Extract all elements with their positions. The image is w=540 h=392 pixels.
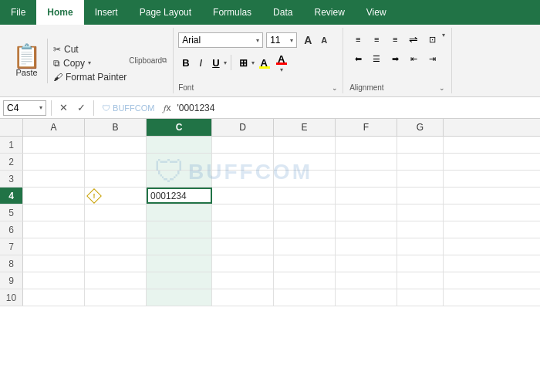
cell-g5[interactable] — [397, 204, 444, 221]
cell-e1[interactable] — [274, 137, 336, 153]
cell-b8[interactable] — [85, 255, 147, 272]
tab-review[interactable]: Review — [303, 0, 355, 25]
cell-e8[interactable] — [274, 255, 336, 272]
cell-e9[interactable] — [274, 272, 336, 289]
cell-c6[interactable] — [147, 221, 212, 238]
cell-b10[interactable] — [85, 289, 147, 306]
cell-f2[interactable] — [336, 154, 397, 170]
cell-f5[interactable] — [336, 204, 397, 221]
cell-e5[interactable] — [274, 204, 336, 221]
alignment-expand-icon[interactable]: ⌄ — [439, 84, 445, 92]
formula-confirm-button[interactable]: ✓ — [74, 102, 89, 113]
align-left-button[interactable]: ⬅ — [349, 51, 366, 66]
cell-c1[interactable] — [147, 137, 212, 153]
font-size-select[interactable]: 11 ▾ — [266, 32, 297, 48]
cell-f7[interactable] — [336, 238, 397, 255]
tab-home[interactable]: Home — [36, 0, 83, 25]
cell-g10[interactable] — [397, 289, 444, 306]
cell-b2[interactable] — [85, 154, 147, 170]
cell-d9[interactable] — [212, 272, 274, 289]
cell-c3[interactable] — [147, 171, 212, 187]
cell-a2[interactable] — [23, 154, 85, 170]
cell-a4[interactable] — [23, 188, 85, 204]
font-grow-button[interactable]: A — [300, 32, 316, 48]
cell-b7[interactable] — [85, 238, 147, 255]
paste-button[interactable]: 📋 Paste — [6, 39, 48, 83]
cell-f8[interactable] — [336, 255, 397, 272]
cell-a7[interactable] — [23, 238, 85, 255]
cell-f9[interactable] — [336, 272, 397, 289]
formula-value[interactable]: '0001234 — [177, 103, 537, 113]
cell-g4[interactable] — [397, 188, 444, 204]
cell-e7[interactable] — [274, 238, 336, 255]
cell-e4[interactable] — [274, 188, 336, 204]
cell-f6[interactable] — [336, 221, 397, 238]
row-number-5[interactable]: 5 — [0, 204, 23, 221]
cell-d6[interactable] — [212, 221, 274, 238]
cell-e2[interactable] — [274, 154, 336, 170]
merge-cells-button[interactable]: ⊡ — [424, 32, 440, 47]
cell-d7[interactable] — [212, 238, 274, 255]
borders-button[interactable]: ⊞ — [235, 56, 251, 70]
italic-button[interactable]: I — [196, 56, 207, 70]
cell-c4[interactable]: 0001234 — [147, 188, 212, 204]
cell-d10[interactable] — [212, 289, 274, 306]
cell-e3[interactable] — [274, 171, 336, 187]
highlight-button[interactable]: A — [257, 56, 272, 70]
cell-b5[interactable] — [85, 204, 147, 221]
cell-a9[interactable] — [23, 272, 85, 289]
col-header-f[interactable]: F — [336, 119, 397, 136]
wrap-text-button[interactable]: ⇌ — [405, 32, 422, 47]
align-top-left-button[interactable]: ≡ — [349, 32, 366, 47]
cell-b1[interactable] — [85, 137, 147, 153]
row-number-6[interactable]: 6 — [0, 221, 23, 238]
cell-b6[interactable] — [85, 221, 147, 238]
indent-increase-button[interactable]: ⇥ — [424, 51, 440, 66]
cell-d2[interactable] — [212, 154, 274, 170]
copy-button[interactable]: ⧉ Copy ▾ — [51, 57, 129, 69]
row-number-8[interactable]: 8 — [0, 255, 23, 272]
cell-g8[interactable] — [397, 255, 444, 272]
font-color-button[interactable]: A — [274, 52, 289, 66]
tab-file[interactable]: File — [0, 0, 36, 25]
tab-data[interactable]: Data — [262, 0, 303, 25]
align-top-center-button[interactable]: ≡ — [368, 32, 385, 47]
cell-f10[interactable] — [336, 289, 397, 306]
cell-a8[interactable] — [23, 255, 85, 272]
formula-cancel-button[interactable]: ✕ — [56, 102, 71, 113]
bold-button[interactable]: B — [178, 56, 193, 70]
align-top-right-button[interactable]: ≡ — [386, 32, 403, 47]
tab-formulas[interactable]: Formulas — [202, 0, 262, 25]
col-header-d[interactable]: D — [212, 119, 274, 136]
row-number-3[interactable]: 3 — [0, 171, 23, 187]
cell-a6[interactable] — [23, 221, 85, 238]
underline-button[interactable]: U — [208, 56, 223, 70]
cell-a3[interactable] — [23, 171, 85, 187]
format-painter-button[interactable]: 🖌 Format Painter — [51, 71, 129, 83]
font-shrink-button[interactable]: A — [317, 32, 331, 48]
clipboard-expand-icon[interactable]: ⧉ — [162, 56, 167, 65]
cell-f1[interactable] — [336, 137, 397, 153]
col-header-c[interactable]: C — [147, 119, 212, 136]
col-header-b[interactable]: B — [85, 119, 147, 136]
cell-g1[interactable] — [397, 137, 444, 153]
col-header-a[interactable]: A — [23, 119, 85, 136]
cell-g2[interactable] — [397, 154, 444, 170]
row-number-9[interactable]: 9 — [0, 272, 23, 289]
highlight-color-button[interactable]: A — [257, 56, 272, 70]
row-number-2[interactable]: 2 — [0, 154, 23, 170]
cell-e10[interactable] — [274, 289, 336, 306]
cell-b3[interactable] — [85, 171, 147, 187]
cell-c7[interactable] — [147, 238, 212, 255]
cell-c8[interactable] — [147, 255, 212, 272]
cell-c5[interactable] — [147, 204, 212, 221]
cell-f3[interactable] — [336, 171, 397, 187]
tab-insert[interactable]: Insert — [84, 0, 129, 25]
cell-g6[interactable] — [397, 221, 444, 238]
row-number-10[interactable]: 10 — [0, 289, 23, 306]
cell-a5[interactable] — [23, 204, 85, 221]
cell-d4[interactable] — [212, 188, 274, 204]
tab-view[interactable]: View — [356, 0, 397, 25]
cell-d5[interactable] — [212, 204, 274, 221]
cell-reference-box[interactable]: C4 ▾ — [3, 100, 46, 116]
